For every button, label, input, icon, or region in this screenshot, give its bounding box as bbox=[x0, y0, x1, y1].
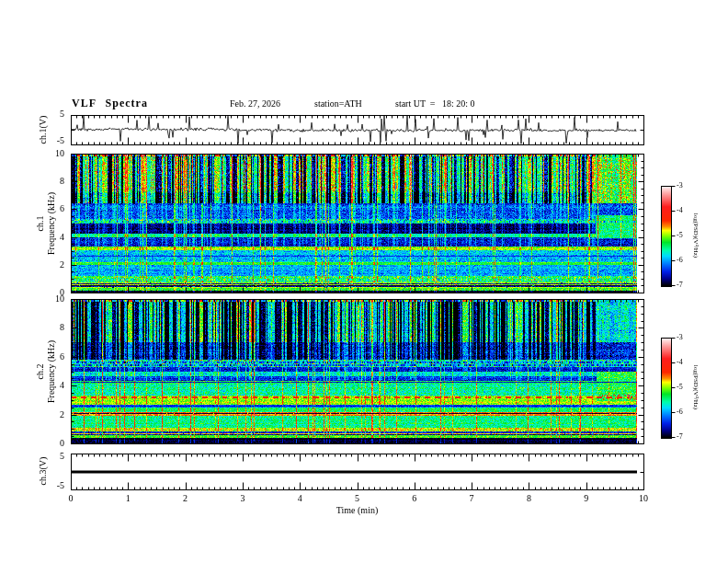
colorbar-tick-label: -3 bbox=[677, 332, 683, 343]
ytick-label: 2 bbox=[60, 409, 64, 420]
colorbar-1-tick-labels: -3-4-5-6-7 bbox=[677, 180, 691, 291]
ytick-label: 10 bbox=[55, 293, 64, 304]
colorbar-tick-label: -6 bbox=[677, 255, 683, 266]
xtick-label: 9 bbox=[576, 493, 597, 503]
colorbar-tick-label: -4 bbox=[677, 205, 683, 216]
colorbar-tick-label: -3 bbox=[677, 180, 683, 191]
colorbar-tick-label: -6 bbox=[677, 407, 683, 418]
colorbar-tick-label: -5 bbox=[677, 382, 683, 393]
xtick-label: 1 bbox=[118, 493, 138, 503]
xtick-label: 5 bbox=[347, 493, 367, 503]
colorbar-1-canvas bbox=[661, 186, 672, 287]
colorbar-2-canvas bbox=[661, 338, 672, 439]
colorbar-1-title: log(PSD)(V²/Hz) bbox=[692, 213, 700, 258]
ytick-label: -5 bbox=[57, 480, 64, 491]
axes-frame-canvas bbox=[0, 0, 728, 563]
ytick-label: 5 bbox=[60, 109, 64, 120]
time-axis-tick-labels: 012345678910 bbox=[61, 493, 654, 503]
ytick-label: 5 bbox=[60, 451, 64, 462]
colorbar-tick-label: -5 bbox=[677, 230, 683, 241]
ch3-wave-ytick-labels: 5-5 bbox=[40, 451, 64, 491]
time-axis-title: Time (min) bbox=[71, 505, 643, 515]
ch1-spec-ytick-labels: 1086420 bbox=[40, 148, 64, 298]
xtick-label: 2 bbox=[176, 493, 196, 503]
xtick-label: 0 bbox=[61, 493, 81, 503]
xtick-label: 3 bbox=[233, 493, 253, 503]
ytick-label: 6 bbox=[60, 203, 64, 214]
ytick-label: 8 bbox=[60, 176, 64, 187]
ytick-label: 2 bbox=[60, 259, 64, 270]
ytick-label: 4 bbox=[60, 380, 64, 391]
colorbar-tick-label: -7 bbox=[677, 431, 683, 442]
ytick-label: 8 bbox=[60, 322, 64, 333]
xtick-label: 10 bbox=[633, 493, 654, 503]
vlf-spectra-figure: VLF Spectra Feb. 27, 2026 station=ATH st… bbox=[0, 0, 728, 563]
xtick-label: 4 bbox=[290, 493, 310, 503]
colorbar-tick-label: -4 bbox=[677, 357, 683, 368]
ytick-label: 0 bbox=[60, 438, 64, 449]
colorbar-2-title: log(PSD)(V²/Hz) bbox=[692, 365, 700, 409]
date-label: Feb. 27, 2026 bbox=[230, 98, 280, 109]
station-label: station=ATH bbox=[314, 98, 362, 109]
ytick-label: 4 bbox=[60, 232, 64, 243]
figure-title: VLF Spectra bbox=[72, 97, 148, 110]
ch1-wave-ytick-labels: 5-5 bbox=[40, 109, 64, 146]
xtick-label: 7 bbox=[461, 493, 482, 503]
colorbar-tick-label: -7 bbox=[677, 280, 683, 291]
ytick-label: -5 bbox=[57, 135, 64, 146]
colorbar-2-tick-labels: -3-4-5-6-7 bbox=[677, 332, 691, 442]
xtick-label: 6 bbox=[404, 493, 425, 503]
xtick-label: 8 bbox=[518, 493, 539, 503]
ytick-label: 6 bbox=[60, 351, 64, 362]
start-ut-label: start UT = 18: 20: 0 bbox=[395, 98, 475, 109]
ch2-spec-ytick-labels: 1086420 bbox=[40, 293, 64, 449]
ytick-label: 10 bbox=[55, 148, 64, 159]
